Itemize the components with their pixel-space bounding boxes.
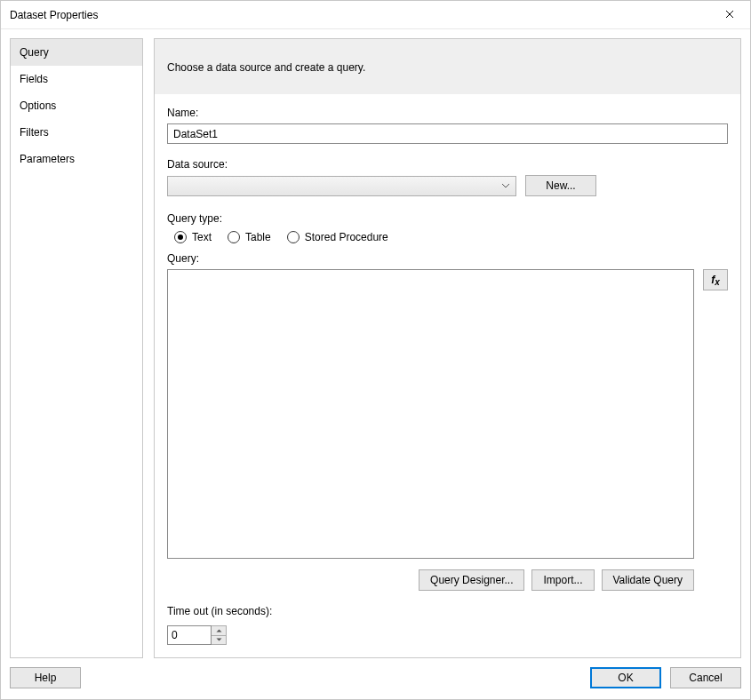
radio-icon <box>228 231 240 243</box>
name-input[interactable] <box>167 123 728 144</box>
sidebar: Query Fields Options Filters Parameters <box>10 38 143 658</box>
timeout-spinner <box>212 625 227 645</box>
sidebar-item-fields[interactable]: Fields <box>11 66 142 92</box>
form-content: Name: Data source: New... Query type: <box>155 94 740 657</box>
close-icon <box>725 9 734 21</box>
query-buttons-row: Query Designer... Import... Validate Que… <box>167 569 728 591</box>
spin-up-button[interactable] <box>212 626 226 635</box>
query-label: Query: <box>167 252 728 265</box>
radio-label: Stored Procedure <box>305 231 388 243</box>
sidebar-item-label: Options <box>20 99 56 112</box>
query-textarea-wrap <box>167 269 694 559</box>
sidebar-item-label: Filters <box>20 126 49 139</box>
sidebar-item-parameters[interactable]: Parameters <box>11 146 142 172</box>
main-panel: Choose a data source and create a query.… <box>154 38 741 658</box>
close-button[interactable] <box>709 1 750 28</box>
import-button[interactable]: Import... <box>531 569 594 591</box>
sidebar-item-filters[interactable]: Filters <box>11 119 142 146</box>
spin-down-button[interactable] <box>212 635 226 645</box>
datasource-label: Data source: <box>167 158 728 171</box>
query-type-group: Text Table Stored Procedure <box>174 231 728 243</box>
radio-label: Table <box>245 231 271 243</box>
dialog-footer: Help OK Cancel <box>1 658 750 699</box>
radio-icon <box>287 231 300 243</box>
validate-query-button[interactable]: Validate Query <box>602 569 695 591</box>
dialog-window: Dataset Properties Query Fields Options … <box>0 0 751 700</box>
timeout-input[interactable] <box>167 625 212 645</box>
panel-header: Choose a data source and create a query. <box>155 39 740 94</box>
datasource-dropdown[interactable] <box>167 176 516 196</box>
sidebar-item-label: Fields <box>20 73 48 85</box>
expression-button[interactable]: fx <box>703 269 728 290</box>
cancel-button[interactable]: Cancel <box>670 667 741 688</box>
titlebar: Dataset Properties <box>1 1 750 29</box>
sidebar-item-label: Parameters <box>20 153 75 165</box>
fx-icon: fx <box>711 274 720 286</box>
radio-label: Text <box>192 231 212 243</box>
dialog-body: Query Fields Options Filters Parameters … <box>1 29 750 658</box>
radio-table[interactable]: Table <box>228 231 271 243</box>
timeout-label: Time out (in seconds): <box>167 605 728 617</box>
sidebar-item-query[interactable]: Query <box>11 39 142 66</box>
query-type-label: Query type: <box>167 212 728 225</box>
chevron-down-icon <box>216 638 222 641</box>
radio-stored-procedure[interactable]: Stored Procedure <box>287 231 388 243</box>
query-textarea[interactable] <box>168 270 693 558</box>
radio-icon <box>174 231 187 243</box>
query-designer-button[interactable]: Query Designer... <box>419 569 524 591</box>
name-label: Name: <box>167 107 728 119</box>
window-title: Dataset Properties <box>10 9 98 21</box>
panel-title: Choose a data source and create a query. <box>167 61 365 74</box>
chevron-up-icon <box>216 629 222 632</box>
sidebar-item-options[interactable]: Options <box>11 92 142 119</box>
radio-text[interactable]: Text <box>174 231 212 243</box>
chevron-down-icon <box>501 183 510 188</box>
new-datasource-button[interactable]: New... <box>525 175 596 196</box>
help-button[interactable]: Help <box>10 667 81 688</box>
sidebar-item-label: Query <box>20 46 49 59</box>
ok-button[interactable]: OK <box>590 667 661 688</box>
